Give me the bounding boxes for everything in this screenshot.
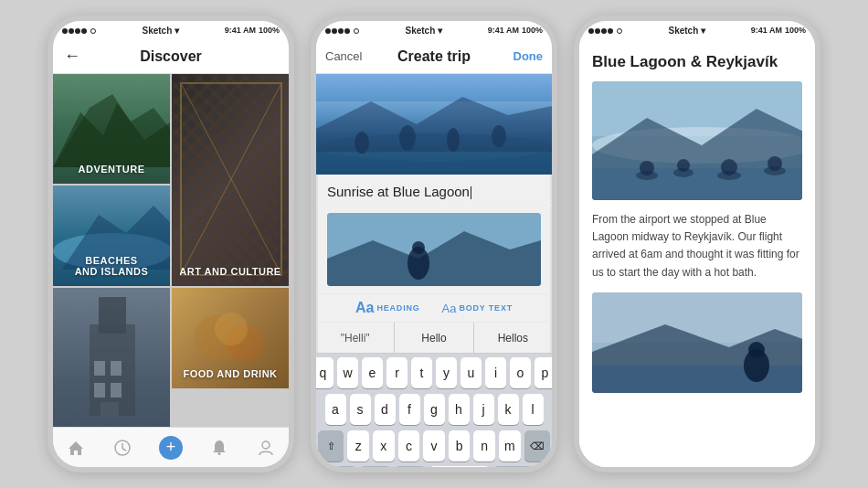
svg-point-40 [636, 171, 658, 180]
adventure-label: Adventure [53, 164, 170, 175]
trip-hero-image [316, 74, 552, 175]
svg-point-9 [215, 313, 248, 345]
key-l[interactable]: l [523, 394, 544, 425]
heading-label: HEADING [376, 303, 419, 313]
key-e[interactable]: e [362, 357, 383, 388]
key-y[interactable]: y [436, 357, 457, 388]
art-label: Art and Culture [172, 266, 289, 277]
kb-row-2: a s d f g h j k l [316, 390, 552, 427]
svg-marker-1 [53, 94, 170, 167]
category-food[interactable]: Food and Drink [172, 288, 289, 388]
tab-home[interactable] [67, 439, 85, 457]
key-v[interactable]: v [423, 430, 445, 461]
kb-row-1: q w e r t y u i o p [316, 354, 552, 390]
key-q[interactable]: q [316, 357, 333, 388]
category-adventure[interactable]: Adventure [53, 74, 170, 184]
svg-rect-21 [218, 452, 221, 455]
key-g[interactable]: g [424, 394, 445, 425]
key-x[interactable]: x [373, 430, 395, 461]
nav-bar-2: Cancel Create trip Done [316, 39, 552, 74]
key-j[interactable]: j [473, 394, 494, 425]
page-title-2: Create trip [397, 48, 471, 65]
phone-create-trip: Sketch ▾ 9:41 AM 100% Cancel Create trip… [311, 16, 557, 472]
autocomplete-3-text: Hellos [498, 332, 528, 345]
blog-hero-image [592, 81, 802, 200]
category-beaches[interactable]: Beachesand Islands [53, 186, 170, 286]
key-return[interactable]: Return [493, 466, 548, 467]
key-n[interactable]: n [473, 430, 495, 461]
key-f[interactable]: f [399, 394, 420, 425]
key-emoji[interactable]: ☺ [360, 466, 391, 467]
key-u[interactable]: u [460, 357, 482, 388]
key-p[interactable]: p [535, 357, 552, 388]
key-r[interactable]: r [386, 357, 408, 388]
battery-label: 100% [259, 26, 280, 35]
key-b[interactable]: b [449, 430, 471, 461]
tab-add[interactable]: + [159, 436, 183, 460]
autocomplete-1-text: "Helli" [341, 332, 370, 345]
key-shift[interactable]: ⇧ [318, 430, 344, 461]
svg-point-22 [262, 441, 270, 449]
key-w[interactable]: w [337, 357, 358, 388]
tab-recent[interactable] [113, 439, 132, 457]
key-space[interactable]: space [429, 466, 490, 467]
key-delete[interactable]: ⌫ [524, 430, 550, 461]
key-s[interactable]: s [350, 394, 371, 425]
autocomplete-2-text: Hello [421, 332, 446, 345]
signal-dots-3 [588, 26, 623, 36]
category-art[interactable]: Art and Culture [172, 74, 289, 286]
category-grid: Adventure Art and Culture Beachesand Isl… [53, 74, 289, 427]
cursor [471, 186, 471, 199]
key-o[interactable]: o [510, 357, 531, 388]
svg-rect-12 [94, 361, 105, 376]
back-button[interactable]: ← [64, 47, 80, 66]
key-123[interactable]: 123 [320, 466, 356, 467]
body-aa: Aa [442, 302, 457, 315]
key-k[interactable]: k [498, 394, 519, 425]
body-label: BODY TEXT [459, 303, 513, 313]
key-h[interactable]: h [449, 394, 470, 425]
autocomplete-1[interactable]: "Helli" [316, 323, 395, 353]
nav-bar-1: ← Discover [53, 39, 289, 74]
heading-format[interactable]: Aa HEADING [355, 300, 420, 316]
beaches-label: Beachesand Islands [53, 255, 170, 277]
trip-title-input[interactable]: Sunrise at Blue Lagoon [316, 175, 552, 206]
key-z[interactable]: z [347, 430, 369, 461]
key-m[interactable]: m [499, 430, 521, 461]
blog-title: Blue Lagoon & Reykjavík [592, 52, 802, 72]
keyboard: q w e r t y u i o p a s d f g h j k l [316, 354, 552, 467]
svg-point-33 [412, 241, 425, 254]
done-button[interactable]: Done [513, 49, 544, 63]
svg-rect-16 [101, 402, 119, 416]
key-d[interactable]: d [375, 394, 396, 425]
cancel-button[interactable]: Cancel [325, 49, 362, 63]
tab-profile[interactable] [257, 439, 275, 457]
key-t[interactable]: t [411, 357, 432, 388]
autocomplete-3[interactable]: Hellos [474, 323, 552, 353]
key-a[interactable]: a [325, 394, 346, 425]
format-bar: Aa HEADING Aa BODY TEXT [316, 293, 552, 323]
status-right-3: 9:41 AM 100% [751, 26, 806, 35]
autocomplete-2[interactable]: Hello [395, 323, 473, 353]
key-mic[interactable]: 🎤 [395, 466, 426, 467]
time-label-2: 9:41 AM [488, 26, 519, 35]
body-format[interactable]: Aa BODY TEXT [442, 302, 513, 315]
blog-content-area: Blue Lagoon & Reykjavík [579, 39, 815, 467]
svg-point-44 [717, 171, 741, 180]
key-c[interactable]: c [398, 430, 420, 461]
time-label: 9:41 AM [225, 26, 256, 35]
svg-point-46 [764, 166, 786, 175]
add-icon[interactable]: + [159, 436, 183, 460]
svg-marker-29 [316, 97, 552, 152]
discover-screen: Adventure Art and Culture Beachesand Isl… [53, 74, 289, 427]
trip-title-text: Sunrise at Blue Lagoon [327, 184, 470, 199]
battery-label-2: 100% [522, 26, 543, 35]
svg-rect-13 [111, 361, 122, 376]
key-i[interactable]: i [485, 357, 506, 388]
blog-body-text: From the airport we stopped at Blue Lago… [592, 211, 802, 281]
status-bar-3: Sketch ▾ 9:41 AM 100% [579, 21, 815, 39]
status-bar-1: Sketch ▾ 9:41 AM 100% [53, 21, 289, 39]
tab-notifications[interactable] [210, 439, 228, 457]
category-extra[interactable] [53, 288, 170, 427]
status-right-2: 9:41 AM 100% [488, 26, 543, 35]
